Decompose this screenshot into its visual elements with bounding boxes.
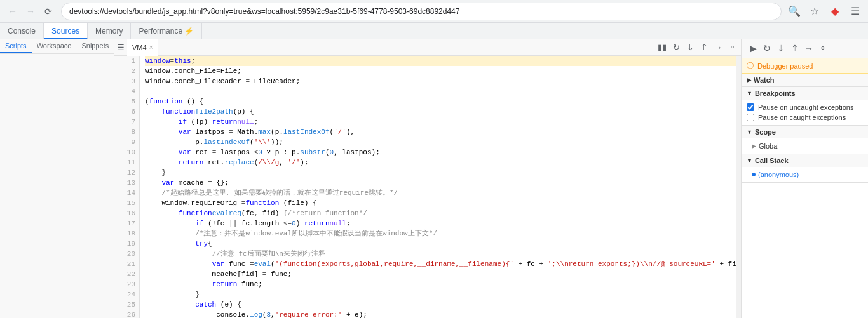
debugger-paused-banner: ⓘ Debugger paused	[742, 58, 868, 74]
menu-button[interactable]: ☰	[848, 4, 863, 19]
step-button[interactable]: →	[803, 42, 815, 55]
code-area: ☰ VM4 × ▮▮ ↻ ⇓ ⇑ → ⚬ 12345 6789	[114, 39, 741, 318]
breakpoints-arrow-icon: ▼	[747, 90, 752, 96]
debugger-controls: ▶ ↻ ⇓ ⇑ → ⚬	[744, 41, 832, 56]
close-icon[interactable]: ×	[149, 44, 153, 51]
scope-section: ▼ Scope ▶ Global	[742, 126, 868, 154]
scope-label: Scope	[755, 128, 776, 136]
devtools: Console Sources Memory Performance ⚡ Scr…	[0, 23, 868, 318]
scope-header[interactable]: ▼ Scope	[742, 126, 868, 138]
step-over-button[interactable]: ↻	[761, 42, 773, 55]
call-stack-dot-icon	[752, 173, 756, 176]
call-stack-header[interactable]: ▼ Call Stack	[742, 154, 868, 167]
line-numbers: 12345 678910 1112131415 1617181920 21222…	[114, 56, 140, 318]
breakpoints-header[interactable]: ▼ Breakpoints	[742, 87, 868, 100]
scope-arrow-icon: ▼	[747, 129, 752, 135]
search-button[interactable]: 🔍	[787, 4, 802, 19]
scope-global-item[interactable]: ▶ Global	[747, 141, 863, 151]
watch-label: Watch	[754, 76, 775, 84]
reload-button[interactable]: ⟳	[41, 4, 56, 19]
code-line: try {	[145, 239, 736, 249]
code-line: function file2path(p) {	[145, 107, 736, 117]
right-panel: ▶ ↻ ⇓ ⇑ → ⚬ ⓘ Debugger paused ▶ Watch	[741, 39, 868, 318]
address-bar[interactable]: devtools://devtools/bundled/js_app.html?…	[61, 3, 782, 20]
code-line: function evalreq(fc, fid) {/*return func…	[145, 208, 736, 218]
code-line: }	[145, 289, 736, 300]
code-tab-label: VM4	[132, 44, 147, 51]
scope-global-arrow-icon: ▶	[752, 143, 756, 149]
sidebar-tab-scripts[interactable]: Scripts	[0, 39, 32, 53]
code-line: _console.log(3,'require error:' + e);	[145, 310, 736, 318]
sidebar-top-tabs: Scripts Workspace Snippets »	[0, 39, 114, 54]
watch-section: ▶ Watch	[742, 74, 868, 87]
code-line: if (!p) return null;	[145, 117, 736, 127]
pause-caught-row: Pause on caught exceptions	[747, 112, 863, 123]
breakpoints-section: ▼ Breakpoints Pause on uncaught exceptio…	[742, 87, 868, 126]
tab-memory[interactable]: Memory	[88, 23, 131, 39]
debugger-paused-label: Debugger paused	[757, 62, 813, 70]
deactivate-breakpoints-button[interactable]: ⚬	[817, 42, 829, 55]
code-line: /*起始路径总是这里, 如果需要砍掉的话，就在这里通过require跳转。*/	[145, 188, 736, 198]
step-out-icon[interactable]: ⇑	[698, 41, 710, 54]
code-line	[145, 86, 736, 96]
code-content[interactable]: window = this; window.conch_File=File; w…	[140, 56, 736, 318]
sidebar-tab-workspace[interactable]: Workspace	[32, 39, 77, 53]
code-line: /*注意：并不是window.eval所以脚本中不能假设当前是在window上下…	[145, 229, 736, 239]
step-icon[interactable]: →	[712, 41, 724, 54]
call-stack-section: ▼ Call Stack (anonymous)	[742, 154, 868, 183]
back-button[interactable]: ←	[5, 4, 20, 19]
warning-icon: ⓘ	[747, 61, 754, 70]
nav-buttons: ← → ⟳	[5, 4, 56, 19]
forward-button[interactable]: →	[23, 4, 38, 19]
code-line: return func;	[145, 279, 736, 289]
scope-global-label: Global	[759, 142, 779, 150]
devtools-tabs: Console Sources Memory Performance ⚡	[0, 23, 868, 39]
deactivate-breakpoints-icon[interactable]: ⚬	[726, 41, 738, 54]
tab-performance[interactable]: Performance ⚡	[131, 23, 202, 39]
tab-console[interactable]: Console	[0, 23, 44, 39]
watch-header[interactable]: ▶ Watch	[742, 74, 868, 86]
code-line: mcache[fid] = func;	[145, 269, 736, 279]
code-line: p.lastIndexOf('\\'));	[145, 137, 736, 147]
left-sidebar: Scripts Workspace Snippets »	[0, 39, 114, 318]
address-bar-url: devtools://devtools/bundled/js_app.html?…	[69, 7, 459, 16]
code-line: window.conch_File=File;	[145, 66, 736, 76]
browser-icons: 🔍 ☆ ◆ ☰	[787, 4, 863, 19]
code-line: window.requireOrig = function (file) {	[145, 198, 736, 208]
browser-chrome: ← → ⟳ devtools://devtools/bundled/js_app…	[0, 0, 868, 23]
code-line: //注意 fc后面要加\n来关闭行注释	[145, 249, 736, 259]
call-stack-anonymous-label: (anonymous)	[758, 171, 799, 178]
sidebar-toggle-icon[interactable]: ☰	[117, 43, 125, 52]
scope-content: ▶ Global	[742, 138, 868, 154]
tab-sources[interactable]: Sources	[44, 23, 88, 39]
resume-button[interactable]: ▶	[747, 42, 759, 55]
devtools-main: Scripts Workspace Snippets » ☰ VM4 × ▮▮ …	[0, 39, 868, 318]
bookmark-button[interactable]: ☆	[807, 4, 822, 19]
pause-icon[interactable]: ▮▮	[656, 41, 668, 54]
scrollbar[interactable]	[736, 56, 741, 318]
call-stack-label: Call Stack	[755, 157, 789, 164]
step-over-icon[interactable]: ↻	[670, 41, 682, 54]
code-line: }	[145, 168, 736, 178]
code-editor: 12345 678910 1112131415 1617181920 21222…	[114, 56, 741, 318]
extension-button[interactable]: ◆	[827, 4, 843, 19]
sidebar-tab-snippets[interactable]: Snippets	[76, 39, 114, 53]
code-line: var lastpos = Math.max(p.lastIndexOf('/'…	[145, 127, 736, 137]
step-out-button[interactable]: ⇑	[789, 42, 801, 55]
code-tab-vm4[interactable]: VM4 ×	[127, 39, 158, 56]
call-stack-anonymous-item[interactable]: (anonymous)	[747, 169, 863, 180]
call-stack-content: (anonymous)	[742, 167, 868, 182]
pause-caught-checkbox[interactable]	[747, 114, 754, 121]
code-line: var mcache = {};	[145, 178, 736, 188]
pause-caught-label: Pause on caught exceptions	[758, 114, 846, 121]
step-into-button[interactable]: ⇓	[775, 42, 787, 55]
code-line: (function () {	[145, 96, 736, 107]
code-line: var ret = lastpos < 0 ? p : p.substr(0, …	[145, 147, 736, 157]
code-line: window.conch_FileReader = FileReader;	[145, 76, 736, 86]
step-into-icon[interactable]: ⇓	[684, 41, 696, 54]
code-tabs: ☰ VM4 × ▮▮ ↻ ⇓ ⇑ → ⚬	[114, 39, 741, 56]
code-line: catch (e) {	[145, 300, 736, 310]
pause-uncaught-checkbox[interactable]	[747, 103, 754, 111]
toolbar-icons: ▮▮ ↻ ⇓ ⇑ → ⚬	[656, 41, 738, 54]
breakpoints-label: Breakpoints	[755, 89, 796, 97]
